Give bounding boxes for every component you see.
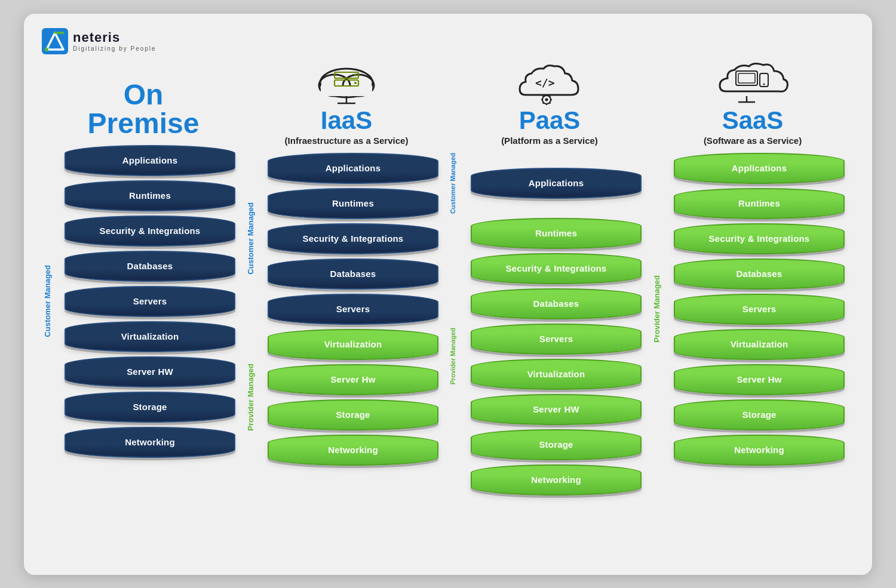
col-subtitle-saas: (Software as a Service) [704,136,802,146]
disk-saas-storage: Storage [674,399,845,430]
disk-saas-security: Security & Integrations [674,223,845,254]
stack-on-premise: Applications Runtimes Security & Integra… [55,145,245,458]
disk-on-premise-databases: Databases [65,251,235,282]
disk-iaas-networking: Networking [268,435,438,466]
col-title-on-premise: OnPremise [88,81,200,138]
col-iaas: IaaS (Infraestructure as a Service) Cust… [245,60,448,466]
stack-iaas-provider: Virtualization Server Hw Storage Network… [258,329,448,466]
col-subtitle-paas: (Platform as a Service) [501,136,598,146]
label-customer-on-premise: Customer Managed [42,265,55,337]
disk-paas-applications: Applications [471,168,642,199]
disk-paas-runtimes: Runtimes [471,218,642,249]
disk-iaas-runtimes: Runtimes [268,188,438,219]
label-customer-iaas: Customer Managed [245,202,258,275]
disk-iaas-security: Security & Integrations [268,223,438,254]
paas-icon: </> [514,60,585,108]
svg-point-11 [354,82,357,84]
saas-icon [717,60,788,108]
disk-paas-databases: Databases [471,288,642,319]
disk-on-premise-networking: Networking [65,427,235,458]
main-grid: OnPremise Customer Managed Applications … [42,60,854,495]
svg-point-16 [545,98,548,101]
stack-saas-provider: Applications Runtimes Security & Integra… [664,153,854,466]
disk-iaas-databases: Databases [268,258,438,290]
disk-paas-virtualization: Virtualization [471,359,642,390]
col-subtitle-iaas: (Infraestructure as a Service) [285,136,409,146]
col-title-iaas: IaaS [321,108,372,133]
neteris-logo-icon [42,28,68,54]
svg-rect-7 [321,85,372,96]
disk-iaas-serverhw: Server Hw [268,364,438,395]
svg-line-23 [543,103,544,104]
svg-point-3 [45,48,48,51]
disk-on-premise-security: Security & Integrations [65,216,235,247]
col-header-on-premise: OnPremise [88,60,200,138]
disk-saas-servers: Servers [674,294,845,325]
col-header-saas: SaaS (Software as a Service) [704,60,802,146]
logo-area: neteris Digitalizing by People [42,28,854,54]
disk-saas-databases: Databases [674,258,845,290]
logo-text: neteris Digitalizing by People [73,30,157,52]
disk-paas-serverhw: Server HW [471,394,642,425]
svg-line-24 [550,96,551,97]
label-customer-paas: Customer Managed [448,153,461,214]
col-title-paas: PaaS [519,108,581,133]
svg-point-28 [763,83,765,85]
disk-on-premise-virtualization: Virtualization [65,321,235,352]
disk-saas-serverhw: Server Hw [674,364,845,395]
disk-saas-virtualization: Virtualization [674,329,845,360]
stack-iaas-customer: Applications Runtimes Security & Integra… [258,153,448,325]
disk-on-premise-servers: Servers [65,286,235,317]
svg-line-21 [543,96,544,97]
col-title-saas: SaaS [722,108,784,133]
svg-line-22 [550,103,551,104]
iaas-icon [314,60,379,108]
label-provider-saas: Provider Managed [651,275,664,343]
disk-saas-applications: Applications [674,153,845,184]
svg-text:</>: </> [535,76,555,89]
label-provider-paas: Provider Managed [448,328,461,384]
disk-iaas-virtualization: Virtualization [268,329,438,360]
disk-paas-networking: Networking [471,464,642,495]
col-paas: </> PaaS (Platform as a Service) [448,60,651,495]
col-saas: SaaS (Software as a Service) Provider Ma… [651,60,854,466]
disk-paas-storage: Storage [471,429,642,460]
disk-on-premise-applications: Applications [65,145,235,176]
disk-iaas-servers: Servers [268,294,438,325]
col-on-premise: OnPremise Customer Managed Applications … [42,60,245,458]
main-card: neteris Digitalizing by People OnPremise… [24,14,872,575]
disk-on-premise-storage: Storage [65,392,235,423]
stack-paas-customer: Applications [461,168,651,199]
disk-on-premise-serverhw: Server HW [65,356,235,387]
disk-iaas-applications: Applications [268,153,438,184]
logo-sub: Digitalizing by People [73,45,157,52]
col-header-paas: </> PaaS (Platform as a Service) [501,60,598,146]
col-header-iaas: IaaS (Infraestructure as a Service) [285,60,409,146]
logo-name: neteris [73,30,157,45]
disk-iaas-storage: Storage [268,399,438,430]
svg-point-10 [354,74,357,76]
stack-paas-provider: Runtimes Security & Integrations Databas… [461,218,651,495]
disk-on-premise-runtimes: Runtimes [65,180,235,211]
disk-paas-security: Security & Integrations [471,253,642,284]
disk-saas-networking: Networking [674,435,845,466]
svg-rect-26 [738,73,755,83]
label-provider-iaas: Provider Managed [245,364,258,431]
disk-saas-runtimes: Runtimes [674,188,845,219]
disk-paas-servers: Servers [471,324,642,355]
